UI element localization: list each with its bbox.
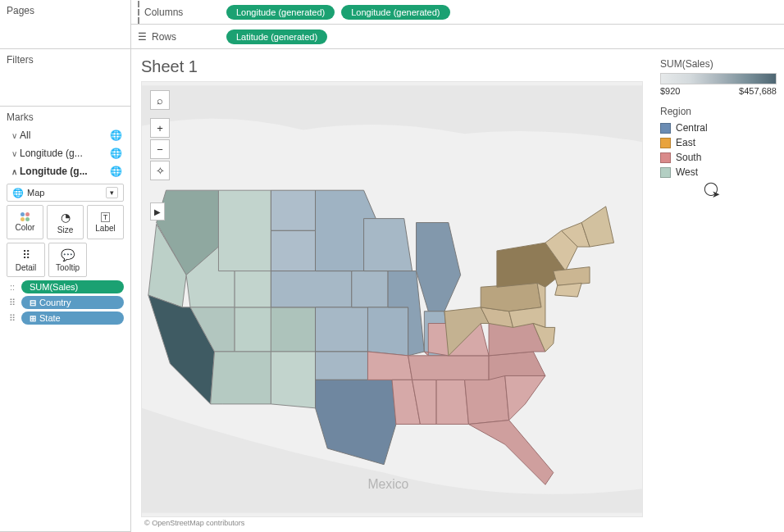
pill-row-sum-sales: :: SUM(Sales) xyxy=(7,280,124,293)
size-button[interactable]: ◔ Size xyxy=(47,205,84,239)
marks-panel: Marks ∨ All 🌐 ∨ Longitude (g... 🌐 ∧ Long… xyxy=(0,107,130,532)
detail-button[interactable]: ⠿ Detail xyxy=(7,243,45,277)
rows-pill-1-label: Latitude (generated) xyxy=(236,32,317,42)
label-button[interactable]: T Label xyxy=(87,205,124,239)
pill-stack: :: SUM(Sales) ⠿ ⊟ Country ⠿ ⊞ State xyxy=(7,280,124,325)
mark-type-label: Map xyxy=(27,188,44,198)
state-oklahoma[interactable] xyxy=(316,352,368,380)
marks-title: Marks xyxy=(7,111,124,123)
tooltip-button[interactable]: 💬 Tooltip xyxy=(48,243,87,277)
state-missouri[interactable] xyxy=(367,307,408,356)
map-svg: Mexico United States xyxy=(142,82,642,516)
spacer xyxy=(150,111,170,116)
rows-shelf[interactable]: ☰ Rows Latitude (generated) xyxy=(131,25,784,49)
state-tennessee[interactable] xyxy=(408,356,489,380)
color-gradient[interactable] xyxy=(660,73,777,84)
state-colorado[interactable] xyxy=(271,307,315,352)
legend-region-title: Region xyxy=(660,106,777,117)
state-north-dakota[interactable] xyxy=(271,190,315,230)
gradient-max: $457,688 xyxy=(739,86,777,96)
content-row: Sheet 1 ⌕ + − ✧ ▶ Mexico United xyxy=(131,49,784,532)
globe-icon: 🌐 xyxy=(110,166,122,177)
pill-country[interactable]: ⊟ Country xyxy=(21,296,124,309)
legend-south-label: South xyxy=(676,152,701,163)
caret-down-icon: ∨ xyxy=(8,131,20,140)
zoom-in-button[interactable]: + xyxy=(150,118,170,138)
swatch-central xyxy=(660,123,671,134)
columns-pill-2[interactable]: Longitude (generated) xyxy=(341,5,449,20)
state-alabama[interactable] xyxy=(436,380,468,424)
plus-icon: + xyxy=(157,122,163,134)
state-montana[interactable] xyxy=(218,190,271,271)
state-utah[interactable] xyxy=(235,307,271,352)
legend-item-west[interactable]: West xyxy=(660,165,777,180)
state-nebraska[interactable] xyxy=(271,271,351,307)
mexico-label: Mexico xyxy=(367,477,408,491)
state-connecticut-ri[interactable] xyxy=(555,283,581,297)
mark-type-dropdown[interactable]: 🌐 Map ▾ xyxy=(7,184,124,202)
search-icon: ⌕ xyxy=(157,94,163,107)
pill-state[interactable]: ⊞ State xyxy=(21,311,124,325)
caret-down-icon: ∨ xyxy=(8,149,20,158)
state-georgia[interactable] xyxy=(465,375,509,424)
map-search-button[interactable]: ⌕ xyxy=(150,90,170,110)
legend-item-central[interactable]: Central xyxy=(660,120,777,135)
legend-region: Region Central East South West xyxy=(659,105,777,180)
swatch-east xyxy=(660,138,671,148)
marks-all-row[interactable]: ∨ All 🌐 xyxy=(7,126,124,144)
columns-label: Columns xyxy=(138,1,220,24)
pill-sum-sales[interactable]: SUM(Sales) xyxy=(21,280,124,293)
chevron-right-icon: ▶ xyxy=(154,207,161,216)
color-button[interactable]: Color xyxy=(7,205,43,239)
marks-long1-row[interactable]: ∨ Longitude (g... 🌐 xyxy=(7,144,124,162)
pill-sum-sales-label: SUM(Sales) xyxy=(30,282,78,292)
state-south-dakota[interactable] xyxy=(271,230,315,271)
columns-text: Columns xyxy=(144,7,183,18)
state-wyoming[interactable] xyxy=(235,271,271,307)
globe-icon: 🌐 xyxy=(12,188,24,198)
marks-long1-label: Longitude (g... xyxy=(20,148,83,159)
cursor-icon: ◯➤ xyxy=(704,180,727,196)
columns-shelf[interactable]: Columns Longitude (generated) Longitude … xyxy=(131,0,784,25)
label-label: Label xyxy=(95,224,115,233)
mark-buttons-row-1: Color ◔ Size T Label xyxy=(7,205,124,239)
rows-icon: ☰ xyxy=(138,31,147,43)
detail-shelf-icon: ⠿ xyxy=(7,313,18,324)
legend-west-label: West xyxy=(676,166,698,178)
pages-title: Pages xyxy=(7,5,124,16)
map-tools-expand[interactable]: ▶ xyxy=(150,202,165,221)
pill-state-label: State xyxy=(39,313,61,323)
marks-long2-row[interactable]: ∧ Longitude (g... 🌐 xyxy=(7,162,124,180)
legend-item-east[interactable]: East xyxy=(660,135,777,150)
caret-up-icon: ∧ xyxy=(8,167,20,176)
state-new-mexico[interactable] xyxy=(271,352,315,408)
globe-icon: 🌐 xyxy=(110,148,122,159)
legend-sum-sales: SUM(Sales) $920 $457,688 xyxy=(659,57,777,97)
columns-pill-1[interactable]: Longitude (generated) xyxy=(226,5,335,20)
zoom-out-button[interactable]: − xyxy=(150,139,170,159)
spacer xyxy=(90,243,124,277)
size-label: Size xyxy=(57,225,73,234)
state-arkansas[interactable] xyxy=(367,352,412,380)
map-canvas[interactable]: ⌕ + − ✧ ▶ Mexico United States xyxy=(141,81,643,517)
state-wisconsin[interactable] xyxy=(364,219,413,271)
state-arizona[interactable] xyxy=(211,352,271,404)
filters-title: Filters xyxy=(7,54,124,66)
marks-all-label: All xyxy=(20,130,30,141)
globe-icon: 🌐 xyxy=(110,130,122,141)
state-pennsylvania[interactable] xyxy=(481,283,541,311)
gradient-labels: $920 $457,688 xyxy=(660,86,777,96)
color-dots-icon xyxy=(21,212,30,221)
detail-icon: ⠿ xyxy=(22,248,30,261)
detail-label: Detail xyxy=(16,263,37,272)
tooltip-icon: 💬 xyxy=(61,248,75,261)
viz-area: Sheet 1 ⌕ + − ✧ ▶ Mexico United xyxy=(131,49,653,532)
rows-pill-1[interactable]: Latitude (generated) xyxy=(226,30,327,44)
map-pin-button[interactable]: ✧ xyxy=(150,161,170,180)
legends-panel: SUM(Sales) $920 $457,688 Region Central … xyxy=(653,49,784,532)
columns-icon xyxy=(138,1,139,24)
state-iowa[interactable] xyxy=(352,271,388,307)
state-kansas[interactable] xyxy=(316,307,368,352)
tooltip-label: Tooltip xyxy=(56,263,80,272)
legend-item-south[interactable]: South xyxy=(660,150,777,165)
